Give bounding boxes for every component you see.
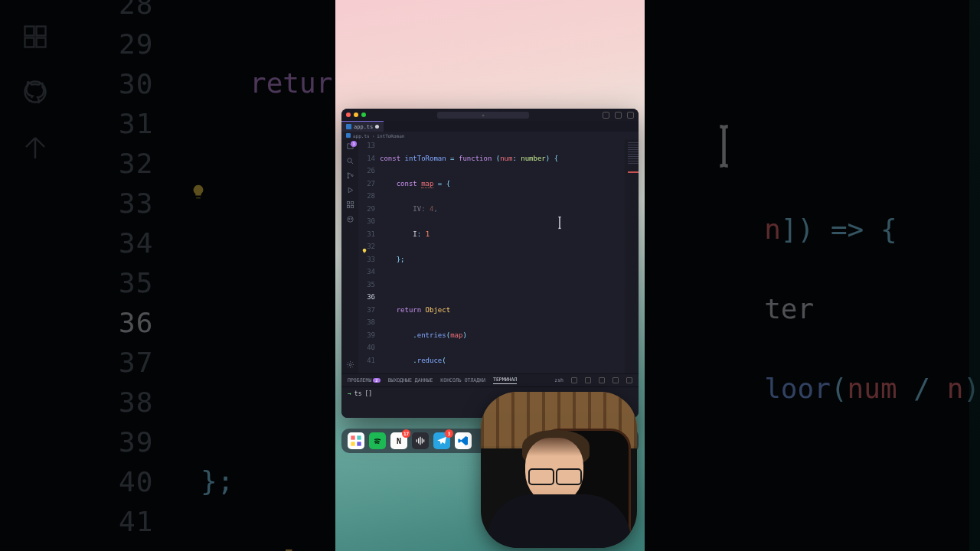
dock-app-notion[interactable]: N 17: [390, 432, 407, 449]
github-icon: [21, 78, 49, 106]
vertical-video-frame: ⌕ app.ts app.ts › intToRoman 3: [335, 0, 645, 551]
svg-point-4: [25, 82, 46, 103]
svg-point-14: [348, 218, 349, 219]
svg-point-16: [349, 364, 351, 366]
prompt-arrow-icon: →: [348, 390, 351, 397]
layout-toggle-3[interactable]: [627, 112, 634, 119]
dock-app-telegram[interactable]: 3: [433, 432, 450, 449]
code-line: .entries(map): [380, 329, 625, 342]
code-content[interactable]: const intToRoman = function (num: number…: [380, 139, 625, 373]
bg-code-return: retur: [250, 67, 332, 99]
notion-letter-icon: N: [397, 437, 401, 445]
editor-area[interactable]: 131426 272829 303132 333435 36 373839 40…: [358, 139, 639, 373]
svg-rect-0: [25, 27, 34, 36]
command-center[interactable]: ⌕: [437, 112, 529, 119]
telegram-badge: 3: [445, 429, 453, 438]
minimize-button[interactable]: [354, 112, 358, 117]
source-control-icon[interactable]: [346, 171, 354, 180]
svg-rect-10: [351, 201, 353, 204]
svg-rect-17: [351, 435, 354, 439]
run-debug-icon[interactable]: [346, 186, 354, 194]
code-line: .reduce(: [380, 354, 625, 367]
ts-file-icon: [346, 124, 351, 129]
svg-rect-25: [423, 439, 424, 442]
svg-rect-2: [25, 38, 34, 47]
dock-app-spotify[interactable]: [369, 432, 386, 449]
svg-rect-22: [418, 439, 419, 444]
breadcrumbs[interactable]: app.ts › intToRoman: [341, 132, 639, 139]
extensions-icon[interactable]: [346, 201, 354, 209]
tab-app-ts[interactable]: app.ts: [341, 121, 384, 132]
code-line: const intToRoman = function (num: number…: [380, 152, 625, 165]
bg-lightbulb-icon: [190, 184, 207, 201]
svg-point-6: [347, 173, 348, 174]
code-line: I: 1: [380, 228, 625, 241]
layout-toggle-2[interactable]: [615, 112, 622, 119]
svg-rect-20: [357, 442, 361, 445]
svg-rect-23: [420, 437, 420, 445]
new-terminal-button[interactable]: [571, 377, 577, 383]
svg-rect-24: [422, 439, 423, 444]
svg-point-13: [347, 217, 352, 222]
code-line: IV: 4,: [380, 203, 625, 216]
breadcrumb-symbol: intToRoman: [377, 133, 404, 139]
terminal-cursor: []: [364, 390, 372, 397]
code-line: [380, 279, 625, 292]
terminal-shell-label: zsh: [554, 377, 564, 383]
panel-tab-problems[interactable]: ПРОБЛЕМЫ2: [348, 377, 381, 383]
close-panel-button[interactable]: [626, 377, 632, 383]
dock-app-audio[interactable]: [412, 432, 429, 449]
line-gutter: 131426 272829 303132 333435 36 373839 40…: [358, 139, 380, 367]
terminal-cwd: ts: [354, 390, 362, 397]
bg-code-console: console.l: [201, 545, 350, 551]
copilot-icon[interactable]: [346, 215, 354, 223]
panel-tabbar: ПРОБЛЕМЫ2 ВЫХОДНЫЕ ДАННЫЕ КОНСОЛЬ ОТЛАДК…: [341, 374, 639, 387]
svg-rect-12: [351, 205, 353, 207]
code-line: return Object: [380, 304, 625, 317]
bg-text-cursor-icon: [710, 122, 743, 170]
panel-tab-debug[interactable]: КОНСОЛЬ ОТЛАДКИ: [440, 377, 485, 383]
svg-rect-18: [357, 435, 361, 439]
settings-gear-icon[interactable]: [346, 360, 354, 369]
close-button[interactable]: [346, 112, 351, 117]
dock-app-vscode[interactable]: [455, 432, 472, 449]
tabbar: app.ts: [341, 121, 639, 132]
kill-terminal-button[interactable]: [599, 377, 605, 383]
split-terminal-button[interactable]: [585, 377, 591, 383]
bg-code-fragment-right: n]) => { ter loor(num / n): [764, 130, 980, 409]
webcam-overlay: [481, 392, 637, 548]
search-icon[interactable]: [346, 157, 354, 165]
tab-label: app.ts: [354, 124, 373, 130]
activity-bar: 3: [341, 139, 358, 373]
svg-point-5: [347, 158, 351, 163]
layout-toggle-1[interactable]: [603, 112, 609, 119]
dirty-indicator-icon: [375, 125, 379, 129]
cam-glasses: [528, 468, 582, 482]
cam-shirt: [487, 494, 631, 548]
dock-app-launchpad[interactable]: [348, 432, 364, 449]
minimap[interactable]: [625, 139, 639, 373]
ts-file-icon: [346, 133, 351, 138]
svg-point-7: [347, 177, 348, 178]
panel-tab-terminal[interactable]: ТЕРМИНАЛ: [493, 377, 517, 384]
svg-rect-3: [37, 38, 46, 47]
svg-rect-11: [347, 205, 349, 207]
svg-rect-1: [37, 27, 46, 36]
notion-badge: 17: [402, 429, 410, 438]
vscode-window: ⌕ app.ts app.ts › intToRoman 3: [341, 109, 639, 418]
svg-point-15: [351, 218, 351, 219]
bg-activity-bar: [21, 23, 49, 161]
code-line: const map = {: [380, 178, 625, 191]
share-icon: [21, 133, 49, 161]
maximize-panel-button[interactable]: [612, 377, 619, 383]
svg-rect-19: [351, 442, 354, 445]
svg-rect-21: [416, 439, 417, 442]
bg-code-brace: };: [201, 465, 234, 497]
bg-line-gutter: 282930 313233 3435 36 373839 4041: [119, 0, 153, 542]
explorer-badge: 3: [351, 141, 357, 147]
zoom-button[interactable]: [361, 112, 366, 117]
svg-rect-9: [347, 201, 349, 204]
panel-tab-output[interactable]: ВЫХОДНЫЕ ДАННЫЕ: [388, 377, 433, 383]
titlebar: ⌕: [341, 109, 639, 121]
extensions-icon: [21, 23, 49, 51]
